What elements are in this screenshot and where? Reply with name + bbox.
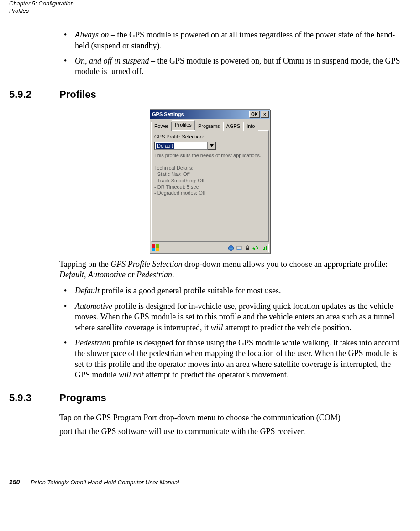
list-item: On, and off in suspend – the GPS module … [59, 56, 406, 77]
tab-strip: Power Profiles Programs AGPS Info [150, 119, 270, 130]
svg-marker-0 [210, 144, 214, 147]
profile-bullet-list: Default profile is a good general profil… [59, 286, 406, 380]
term: Automotive [75, 302, 112, 311]
footer-text: Psion Teklogix Omnii Hand-Held Computer … [31, 479, 179, 487]
signal-icon[interactable] [261, 245, 267, 251]
profile-description: This profile suits the needs of most app… [154, 153, 266, 196]
running-head: Chapter 5: Configuration Profiles [9, 0, 411, 14]
svg-rect-8 [266, 246, 267, 250]
close-button[interactable]: × [261, 111, 269, 118]
heading-number: 5.9.3 [9, 392, 59, 405]
tab-info[interactable]: Info [243, 122, 258, 130]
heading-5-9-2: 5.9.2 Profiles [9, 88, 411, 101]
page-footer: 150 Psion Teklogix Omnii Hand-Held Compu… [9, 478, 411, 487]
taskbar [150, 243, 270, 253]
tab-profiles[interactable]: Profiles [172, 120, 195, 130]
programs-paragraph-line1: Tap on the GPS Program Port drop-down me… [59, 413, 406, 423]
chevron-down-icon[interactable] [208, 142, 216, 150]
programs-paragraph-line2: port that the GPS software will use to c… [59, 426, 406, 437]
list-item: Pedestrian profile is designed for those… [59, 338, 406, 381]
window-title: GPS Settings [152, 111, 184, 117]
system-tray [226, 244, 269, 252]
svg-rect-4 [246, 248, 249, 250]
term: On, and off in suspend [75, 56, 149, 65]
title-bar: GPS Settings OK × [150, 110, 270, 119]
svg-rect-7 [264, 247, 265, 250]
tab-panel: GPS Profile Selection: Default This prof… [151, 130, 269, 242]
profile-dropdown[interactable]: Default [154, 142, 216, 150]
gps-settings-window: GPS Settings OK × Power Profiles Program… [150, 109, 270, 253]
intro-bullet-list: Always on – the GPS module is powered on… [59, 30, 406, 77]
card-icon[interactable] [236, 245, 242, 251]
list-item: Default profile is a good general profil… [59, 286, 406, 296]
profiles-intro-paragraph: Tapping on the GPS Profile Selection dro… [59, 259, 406, 281]
ok-button[interactable]: OK [249, 111, 260, 118]
term: Default [75, 286, 100, 295]
svg-rect-6 [263, 249, 264, 250]
rest: profile is a good general profile suitab… [100, 286, 281, 295]
list-item: Always on – the GPS module is powered on… [59, 30, 406, 51]
tab-agps[interactable]: AGPS [223, 122, 244, 130]
globe-icon[interactable] [228, 245, 234, 251]
list-item: Automotive profile is designed for in-ve… [59, 301, 406, 333]
tab-programs[interactable]: Programs [195, 122, 223, 130]
tab-power[interactable]: Power [151, 122, 172, 130]
svg-rect-3 [237, 249, 241, 250]
start-icon[interactable] [151, 244, 159, 252]
rest: – the GPS module is powered on at all ti… [75, 30, 395, 50]
lock-icon[interactable] [244, 245, 251, 251]
profile-dropdown-value: Default [154, 142, 208, 150]
term: Always on [75, 30, 109, 39]
profile-selection-label: GPS Profile Selection: [154, 133, 266, 140]
heading-title: Profiles [59, 88, 96, 101]
heading-number: 5.9.2 [9, 88, 59, 101]
heading-5-9-3: 5.9.3 Programs [9, 392, 411, 405]
term: Pedestrian [75, 338, 110, 347]
svg-rect-5 [262, 250, 262, 250]
page-number: 150 [9, 478, 20, 486]
sync-icon[interactable] [252, 245, 259, 251]
heading-title: Programs [59, 392, 106, 405]
